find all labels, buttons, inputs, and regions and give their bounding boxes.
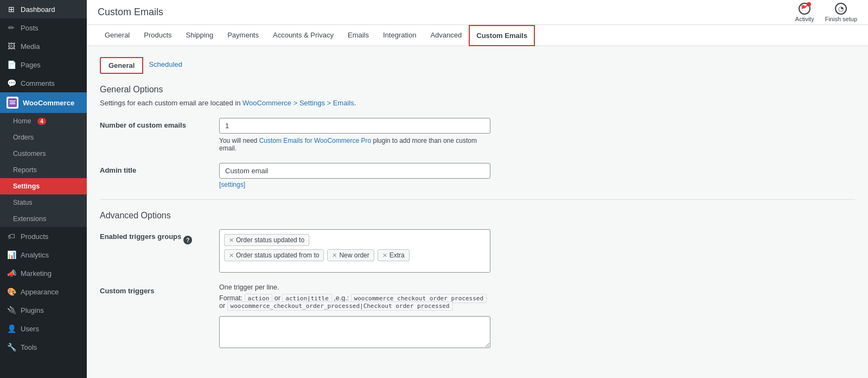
finish-setup-label: Finish setup [825,16,857,22]
orders-label: Orders [13,134,34,141]
settings-tabs: General Products Shipping Payments Accou… [87,25,868,46]
tab-products[interactable]: Products [137,25,178,46]
number-of-emails-input[interactable] [219,118,490,134]
advanced-options-title: Advanced Options [100,211,855,220]
pages-icon: 📄 [7,60,16,70]
pro-plugin-link[interactable]: Custom Emails for WooCommerce Pro [259,137,372,144]
woocommerce-label: WooCommerce [23,99,74,107]
tag-label: Order status updated to [236,236,304,244]
tab-accounts-privacy[interactable]: Accounts & Privacy [266,25,341,46]
tab-shipping[interactable]: Shipping [179,25,221,46]
admin-title-field: [settings] [219,163,490,188]
custom-triggers-row: Custom triggers One trigger per line. Fo… [100,284,855,350]
tab-payments[interactable]: Payments [220,25,266,46]
sidebar-item-status[interactable]: Status [0,194,87,211]
custom-triggers-desc1: One trigger per line. [219,284,490,291]
tab-emails[interactable]: Emails [341,25,376,46]
sub-tabs: General Scheduled [100,57,855,74]
activity-label: Activity [795,16,814,22]
admin-title-label: Admin title [100,163,208,174]
tags-container[interactable]: ✕ Order status updated to ✕ Order status… [219,229,490,273]
sidebar-item-label: Dashboard [21,5,55,14]
sidebar-item-products[interactable]: 🏷 Products [0,227,87,245]
sidebar-item-reports[interactable]: Reports [0,162,87,178]
number-of-emails-label: Number of custom emails [100,118,208,129]
number-of-emails-row: Number of custom emails You will need Cu… [100,118,855,152]
custom-triggers-textarea[interactable] [219,316,490,348]
reports-label: Reports [13,166,37,174]
settings-label: Settings [13,182,40,190]
enabled-triggers-row: Enabled triggers groups ? ✕ Order status… [100,229,855,273]
tags-row-2: ✕ Order status updated from to ✕ New ord… [224,249,486,261]
help-icon[interactable]: ? [183,236,192,244]
tag-remove-icon[interactable]: ✕ [382,252,387,259]
enabled-triggers-label: Enabled triggers groups ? [100,229,208,244]
activity-icon: 🚩 [799,3,810,15]
tag-order-status-from-to[interactable]: ✕ Order status updated from to [224,249,324,261]
tag-remove-icon[interactable]: ✕ [229,252,234,259]
analytics-icon: 📊 [7,250,16,260]
admin-title-row: Admin title [settings] [100,163,855,188]
sub-tab-general[interactable]: General [100,57,143,74]
tag-order-status-updated-to[interactable]: ✕ Order status updated to [224,234,309,246]
topbar: Custom Emails 🚩 Activity ◔ Finish setup [87,0,868,25]
woocommerce-settings-emails-link[interactable]: WooCommerce > Settings > Emails [242,99,354,107]
marketing-icon: 📣 [7,268,16,278]
home-badge: 4 [37,118,46,125]
page-title: Custom Emails [98,7,163,18]
main-area: Custom Emails 🚩 Activity ◔ Finish setup … [87,0,868,378]
sidebar: ⊞ Dashboard ✏ Posts 🖼 Media 📄 Pages 💬 Co… [0,0,87,378]
woocommerce-submenu: Home 4 Orders Customers Reports Settings… [0,113,87,227]
admin-title-input[interactable] [219,163,490,179]
activity-dot [807,2,811,7]
tag-remove-icon[interactable]: ✕ [229,237,234,244]
woocommerce-icon [7,97,18,109]
posts-icon: ✏ [7,23,16,33]
sidebar-item-posts[interactable]: ✏ Posts [0,18,87,37]
sidebar-item-customers[interactable]: Customers [0,146,87,162]
example2: woocommerce_checkout_order_processed|Che… [227,301,453,311]
finish-setup-button[interactable]: ◔ Finish setup [825,3,857,22]
number-of-emails-hint: You will need Custom Emails for WooComme… [219,137,490,152]
dashboard-icon: ⊞ [7,4,16,14]
tag-label: Extra [390,251,405,259]
tab-advanced[interactable]: Advanced [423,25,469,46]
custom-triggers-field: One trigger per line. Format: action or … [219,284,490,350]
sidebar-item-analytics[interactable]: 📊 Analytics [0,245,87,264]
sidebar-item-media[interactable]: 🖼 Media [0,37,87,55]
sidebar-item-pages[interactable]: 📄 Pages [0,55,87,74]
appearance-icon: 🎨 [7,287,16,297]
woocommerce-header[interactable]: WooCommerce [0,92,87,113]
sidebar-item-extensions[interactable]: Extensions [0,211,87,227]
sidebar-item-dashboard[interactable]: ⊞ Dashboard [0,0,87,18]
settings-link[interactable]: [settings] [219,181,245,188]
tab-general[interactable]: General [98,25,137,46]
sidebar-item-settings[interactable]: Settings [0,178,87,194]
tag-remove-icon[interactable]: ✕ [332,252,337,259]
users-icon: 👤 [7,324,16,333]
number-of-emails-field: You will need Custom Emails for WooComme… [219,118,490,152]
general-options-title: General Options [100,85,855,94]
sub-tab-scheduled[interactable]: Scheduled [143,57,187,74]
home-label: Home [13,117,31,125]
tags-row: ✕ Order status updated to [224,234,486,246]
sidebar-item-plugins[interactable]: 🔌 Plugins [0,301,87,319]
tag-new-order[interactable]: ✕ New order [327,249,374,261]
plugins-icon: 🔌 [7,305,16,315]
customers-label: Customers [13,150,46,158]
sidebar-item-appearance[interactable]: 🎨 Appearance [0,282,87,301]
finish-setup-icon: ◔ [835,3,847,15]
sidebar-item-tools[interactable]: 🔧 Tools [0,338,87,356]
divider [100,199,855,200]
sidebar-item-users[interactable]: 👤 Users [0,319,87,338]
tab-integration[interactable]: Integration [376,25,423,46]
enabled-triggers-field: ✕ Order status updated to ✕ Order status… [219,229,490,273]
sidebar-item-home[interactable]: Home 4 [0,113,87,129]
sidebar-item-marketing[interactable]: 📣 Marketing [0,264,87,282]
sidebar-item-orders[interactable]: Orders [0,129,87,146]
tag-extra[interactable]: ✕ Extra [378,249,410,261]
tab-custom-emails[interactable]: Custom Emails [469,25,535,46]
activity-button[interactable]: 🚩 Activity [795,3,814,22]
sidebar-item-comments[interactable]: 💬 Comments [0,74,87,92]
general-options-desc: Settings for each custom email are locat… [100,99,855,107]
